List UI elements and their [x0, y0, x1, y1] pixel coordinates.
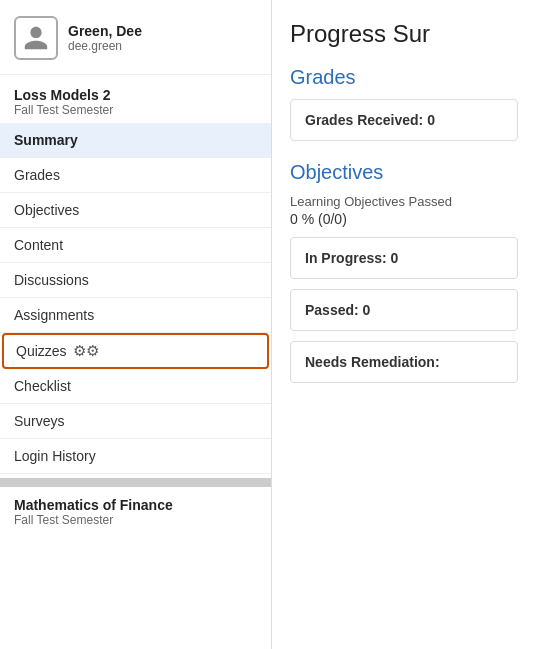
sidebar: Green, Dee dee.green Loss Models 2 Fall …: [0, 0, 272, 649]
needs-remediation-card: Needs Remediation:: [290, 341, 518, 383]
course2-section: Mathematics of Finance Fall Test Semeste…: [0, 484, 271, 539]
avatar: [14, 16, 58, 60]
course2-name: Mathematics of Finance: [14, 497, 257, 513]
sidebar-item-summary[interactable]: Summary: [0, 123, 271, 158]
page-title: Progress Sur: [290, 20, 518, 48]
course-semester: Fall Test Semester: [14, 103, 257, 117]
sidebar-item-objectives[interactable]: Objectives: [0, 193, 271, 228]
in-progress-card: In Progress: 0: [290, 237, 518, 279]
sidebar-item-checklist[interactable]: Checklist: [0, 369, 271, 404]
objectives-heading: Objectives: [290, 161, 518, 184]
sidebar-item-login-history[interactable]: Login History: [0, 439, 271, 474]
course2-semester: Fall Test Semester: [14, 513, 257, 527]
objectives-section: Objectives Learning Objectives Passed 0 …: [290, 161, 518, 383]
sidebar-item-discussions[interactable]: Discussions: [0, 263, 271, 298]
sidebar-item-content[interactable]: Content: [0, 228, 271, 263]
user-login: dee.green: [68, 39, 142, 53]
nav-list: Summary Grades Objectives Content Discus…: [0, 123, 271, 649]
sidebar-item-surveys[interactable]: Surveys: [0, 404, 271, 439]
sidebar-item-assignments[interactable]: Assignments: [0, 298, 271, 333]
course-name: Loss Models 2: [14, 87, 257, 103]
main-content: Progress Sur Grades Grades Received: 0 O…: [272, 0, 536, 649]
objectives-subtitle: Learning Objectives Passed: [290, 194, 518, 209]
sidebar-item-grades[interactable]: Grades: [0, 158, 271, 193]
sidebar-item-quizzes[interactable]: Quizzes ⚙⚙: [2, 333, 269, 369]
user-section: Green, Dee dee.green: [0, 0, 271, 75]
objectives-pct: 0 % (0/0): [290, 211, 518, 227]
user-name: Green, Dee: [68, 23, 142, 39]
quiz-settings-icon: ⚙⚙: [73, 342, 99, 360]
passed-card: Passed: 0: [290, 289, 518, 331]
grades-heading: Grades: [290, 66, 518, 89]
course-section: Loss Models 2 Fall Test Semester: [0, 75, 271, 123]
grades-section: Grades Grades Received: 0: [290, 66, 518, 141]
user-info: Green, Dee dee.green: [68, 23, 142, 53]
grades-received-card: Grades Received: 0: [290, 99, 518, 141]
